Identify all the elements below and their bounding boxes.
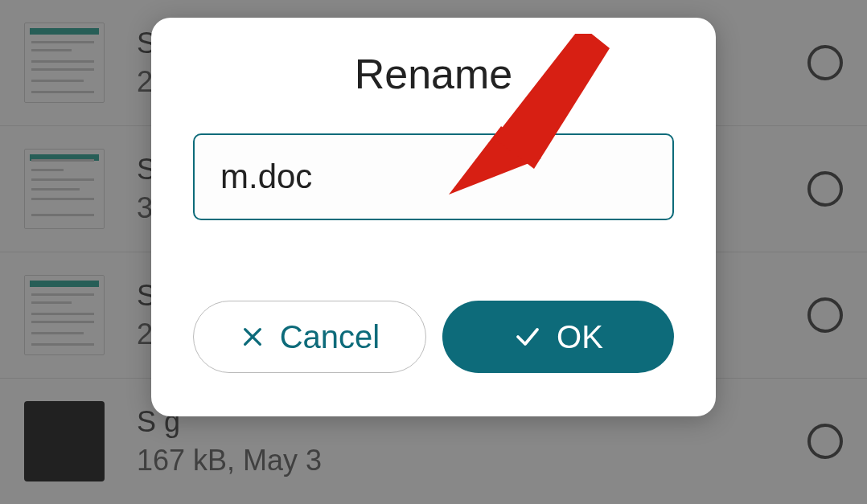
cancel-label: Cancel xyxy=(280,319,380,355)
dialog-actions: Cancel OK xyxy=(193,301,674,373)
cancel-button[interactable]: Cancel xyxy=(193,301,426,373)
dialog-title: Rename xyxy=(193,50,674,98)
close-icon xyxy=(240,324,265,350)
check-icon xyxy=(513,322,542,351)
ok-label: OK xyxy=(557,319,603,355)
ok-button[interactable]: OK xyxy=(442,301,674,373)
rename-input[interactable] xyxy=(193,133,674,220)
rename-dialog: Rename Cancel OK xyxy=(151,18,716,416)
modal-overlay[interactable]: Rename Cancel OK xyxy=(0,0,867,504)
